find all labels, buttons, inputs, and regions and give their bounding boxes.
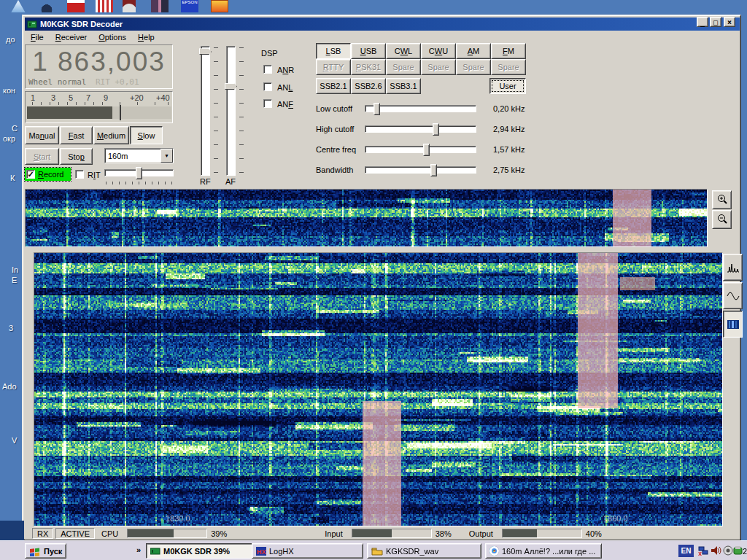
sine-wave-icon [727, 291, 740, 301]
record-checkbox[interactable]: ✓ [26, 170, 35, 179]
mode-spare-button[interactable]: Spare [456, 59, 491, 75]
menu-help[interactable]: Help [132, 32, 160, 42]
rf-label: RF [200, 177, 211, 186]
dsp-label: DSP [261, 49, 278, 58]
mode-cwu-button[interactable]: CWU [421, 43, 456, 59]
winamp-icon[interactable] [67, 0, 85, 12]
maximize-button[interactable]: □ [710, 17, 721, 27]
stop-button[interactable]: Stop [60, 148, 93, 165]
mode-spare-button[interactable]: Spare [491, 59, 526, 75]
desktop-label: In [12, 265, 18, 274]
smeter-peak-marker [120, 105, 121, 120]
spectrum-view-button[interactable] [723, 254, 743, 281]
magnifier-plus-icon [716, 194, 728, 206]
taskbar-button-sdr[interactable]: M0KGK SDR 39% [146, 543, 261, 559]
mode-spare-button[interactable]: Spare [421, 59, 456, 75]
magnifier-minus-icon [716, 214, 728, 225]
title-bar[interactable]: M0KGK SDR Decoder [25, 18, 740, 31]
tray-clock: 2 [743, 547, 747, 556]
language-indicator[interactable]: EN [678, 545, 694, 557]
chevron-down-icon[interactable]: ▼ [160, 149, 173, 163]
flag-icon[interactable] [96, 0, 113, 12]
waterfall-freq-label: 1860.0 [603, 514, 628, 523]
usb-icon[interactable] [733, 545, 743, 556]
svg-text:x: x [698, 550, 702, 556]
low-cutoff-slider[interactable] [365, 103, 476, 115]
anf-label: ANF [277, 100, 293, 109]
taskbar-button-chrome[interactable]: 160m Аллё!? ...или где ... [485, 543, 602, 559]
epson-icon[interactable]: EPSON [181, 0, 198, 12]
anf-checkbox[interactable] [263, 99, 272, 108]
network-error-icon[interactable]: x [697, 545, 709, 556]
agc-medium-button[interactable]: Medium [93, 126, 129, 144]
cpu-label: CPU [97, 528, 123, 539]
zoom-in-button[interactable] [712, 190, 732, 209]
stopwatch-icon[interactable] [123, 0, 136, 12]
mode-psk31-button[interactable]: PSK31 [351, 59, 386, 75]
mode-cwl-button[interactable]: CWL [386, 43, 421, 59]
centre-freq-slider[interactable] [365, 144, 476, 156]
sdr-app-icon [150, 547, 160, 556]
mode-ssb21-button[interactable]: SSB2.1 [316, 78, 351, 94]
scope-view-button[interactable] [723, 282, 743, 309]
mode-am-button[interactable]: AM [456, 43, 491, 59]
books-icon[interactable] [151, 0, 169, 12]
mode-ssb31-button[interactable]: SSB3.1 [386, 78, 421, 94]
bandwidth-slider[interactable] [365, 164, 476, 176]
quick-launch-chevron[interactable]: » [136, 545, 141, 554]
volume-icon[interactable] [711, 545, 721, 556]
photo-icon[interactable] [211, 0, 228, 12]
start-button[interactable]: Пуск [25, 543, 66, 559]
taskbar-button-label: M0KGK SDR 39% [163, 547, 230, 556]
rf-gain-slider[interactable] [201, 46, 210, 176]
menu-receiver[interactable]: Receiver [50, 32, 93, 42]
taskbar-button-folder[interactable]: KGKSDR_wav [367, 543, 481, 559]
output-label: Output [465, 528, 498, 539]
media-icon[interactable] [723, 545, 733, 556]
mode-fm-button[interactable]: FM [491, 43, 526, 59]
minimize-button[interactable]: _ [697, 17, 708, 27]
menu-options[interactable]: Options [93, 32, 132, 42]
band-select[interactable]: 160m ▼ [104, 148, 174, 163]
record-toggle[interactable]: ✓ Record [25, 168, 71, 181]
menu-file[interactable]: File [25, 32, 50, 42]
rit-slider[interactable] [104, 167, 174, 179]
rit-offset-label: RIT +0,01 [96, 77, 139, 87]
record-label: Record [38, 170, 63, 179]
filter-value: 2,94 kHz [493, 125, 525, 133]
spectrum-strip[interactable] [25, 189, 708, 247]
rit-checkbox[interactable] [75, 170, 84, 179]
close-button[interactable]: × [724, 17, 735, 27]
mode-user-button[interactable]: User [489, 78, 526, 94]
smeter-tick-label: 7 [86, 93, 90, 102]
zoom-out-button[interactable] [712, 210, 732, 229]
input-label: Input [320, 528, 347, 539]
mode-lsb-button[interactable]: LSB [316, 43, 351, 59]
high-cutoff-slider[interactable] [365, 123, 476, 136]
mode-rtty-button[interactable]: RTTY [316, 59, 351, 75]
windows-logo-icon [29, 546, 41, 556]
agc-slow-button[interactable]: Slow [130, 126, 163, 144]
waterfall-display[interactable]: 1830.0 1860.0 [34, 252, 723, 526]
mode-usb-button[interactable]: USB [351, 43, 386, 59]
agc-manual-button[interactable]: Manual [25, 126, 59, 144]
waterfall-view-button[interactable] [723, 311, 743, 338]
anr-checkbox[interactable] [263, 65, 272, 74]
desktop-label: К [10, 174, 15, 182]
window-title: M0KGK SDR Decoder [40, 20, 123, 28]
passband-overlay [620, 277, 655, 290]
desktop-label: кон [3, 86, 15, 95]
af-gain-slider[interactable] [226, 46, 236, 176]
ring-icon[interactable] [38, 0, 55, 12]
af-label: AF [225, 177, 236, 186]
mode-spare-button[interactable]: Spare [386, 59, 421, 75]
teardrop-icon[interactable] [9, 0, 27, 12]
agc-fast-button[interactable]: Fast [60, 126, 93, 144]
taskbar-button-loghx[interactable]: HX LogHX [252, 543, 363, 559]
loghx-icon: HX [256, 547, 266, 556]
folder-icon [371, 547, 383, 556]
start-button[interactable]: Start [25, 148, 59, 165]
output-percent: 40% [586, 529, 602, 538]
anl-checkbox[interactable] [263, 82, 272, 91]
mode-ssb26-button[interactable]: SSB2.6 [351, 78, 386, 94]
